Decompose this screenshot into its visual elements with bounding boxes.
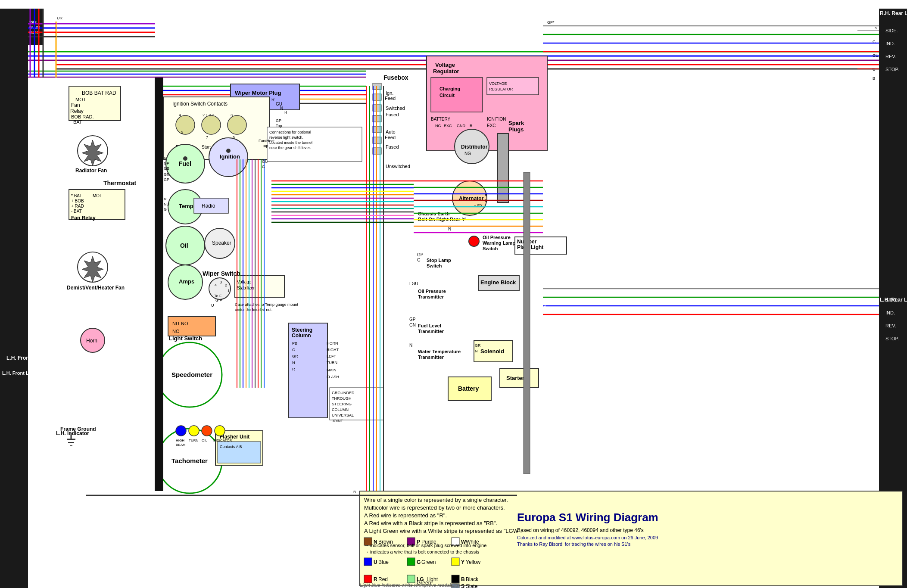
svg-text:HORN: HORN bbox=[327, 341, 338, 345]
svg-point-84 bbox=[176, 115, 195, 134]
svg-text:Speedometer: Speedometer bbox=[171, 371, 212, 378]
svg-text:under the knurled nut.: under the knurled nut. bbox=[235, 308, 273, 312]
svg-text:G: G bbox=[292, 348, 295, 352]
svg-text:L.H. Front Lamp: L.H. Front Lamp bbox=[6, 355, 46, 361]
svg-text:REV.: REV. bbox=[885, 323, 896, 328]
svg-text:GP*: GP* bbox=[547, 20, 555, 25]
svg-text:GP: GP bbox=[164, 177, 169, 182]
svg-text:JOINT: JOINT bbox=[332, 419, 343, 423]
svg-text:Auto: Auto bbox=[386, 129, 396, 134]
svg-text:+ RAD: + RAD bbox=[71, 204, 84, 208]
svg-text:Red: Red bbox=[378, 576, 388, 582]
svg-text:Based on wiring of 460092, 460: Based on wiring of 460092, 460094 and ot… bbox=[517, 527, 644, 533]
svg-text:GU: GU bbox=[262, 159, 268, 164]
svg-text:R: R bbox=[164, 156, 167, 160]
svg-text:LEFT: LEFT bbox=[327, 354, 337, 358]
svg-text:Radiator Fan: Radiator Fan bbox=[75, 168, 107, 174]
svg-text:G: G bbox=[417, 559, 421, 565]
svg-text:Multicolor wire is represented: Multicolor wire is represented by two or… bbox=[364, 504, 505, 511]
svg-text:Transmitter: Transmitter bbox=[418, 294, 444, 299]
svg-text:Water Temperature: Water Temperature bbox=[418, 349, 461, 354]
svg-text:To F: To F bbox=[214, 294, 222, 298]
svg-text:Fused: Fused bbox=[386, 112, 399, 117]
svg-text:N: N bbox=[475, 349, 478, 353]
svg-text:Speaker: Speaker bbox=[212, 240, 231, 246]
svg-text:3: 3 bbox=[220, 280, 222, 284]
svg-text:Distributor: Distributor bbox=[461, 144, 488, 150]
svg-text:OIL: OIL bbox=[202, 439, 207, 442]
svg-text:Demist/Vent/Heater Fan: Demist/Vent/Heater Fan bbox=[67, 285, 125, 291]
svg-text:Fan: Fan bbox=[71, 102, 80, 108]
svg-text:U: U bbox=[211, 303, 214, 308]
svg-text:Y: Y bbox=[461, 559, 464, 565]
svg-text:→ indicates sensor, bolt or sp: → indicates sensor, bolt or spark plug s… bbox=[364, 543, 486, 548]
svg-rect-353 bbox=[155, 78, 163, 491]
svg-text:Light Switch: Light Switch bbox=[169, 335, 202, 342]
svg-text:Wiper Motor Plug: Wiper Motor Plug bbox=[235, 90, 281, 96]
svg-rect-323 bbox=[364, 558, 372, 566]
svg-text:Top: Top bbox=[262, 144, 268, 148]
svg-text:NO: NO bbox=[172, 329, 180, 334]
svg-text:- BAT: - BAT bbox=[71, 209, 82, 214]
svg-text:7: 7 bbox=[206, 135, 208, 140]
svg-text:Unswitched: Unswitched bbox=[386, 164, 410, 169]
svg-text:B: B bbox=[284, 110, 287, 115]
svg-text:Fan/Heat: Fan/Heat bbox=[259, 139, 275, 143]
svg-point-99 bbox=[183, 156, 187, 161]
svg-text:R.H. Rear Lamps: R.H. Rear Lamps bbox=[880, 10, 907, 16]
svg-rect-329 bbox=[452, 558, 459, 566]
svg-text:Start: Start bbox=[202, 145, 211, 149]
svg-text:Switch: Switch bbox=[483, 246, 498, 251]
svg-text:GB: GB bbox=[164, 166, 169, 171]
svg-text:SIDE.: SIDE. bbox=[885, 297, 898, 302]
svg-text:2 1 2 3: 2 1 2 3 bbox=[203, 113, 215, 117]
svg-text:GROUNDED: GROUNDED bbox=[332, 391, 355, 395]
svg-text:LGU: LGU bbox=[409, 281, 418, 286]
svg-text:Amps: Amps bbox=[179, 278, 194, 285]
svg-text:NG: NG bbox=[435, 124, 441, 128]
svg-text:→ indicates a wire that is bol: → indicates a wire that is bolt connecte… bbox=[364, 549, 480, 554]
svg-text:Ignition Switch Contacts: Ignition Switch Contacts bbox=[172, 101, 228, 107]
svg-text:STOP.: STOP. bbox=[885, 336, 899, 341]
svg-point-86 bbox=[228, 115, 246, 134]
svg-text:Fused: Fused bbox=[386, 144, 399, 149]
svg-text:* BAT: * BAT bbox=[71, 193, 82, 198]
svg-text:HIGH: HIGH bbox=[176, 439, 184, 442]
svg-text:Plate Light: Plate Light bbox=[517, 244, 543, 250]
svg-text:COLUMN: COLUMN bbox=[332, 408, 349, 412]
svg-text:IND.: IND. bbox=[885, 41, 895, 46]
svg-text:near the gear shift lever.: near the gear shift lever. bbox=[269, 146, 311, 150]
svg-text:N: N bbox=[292, 361, 295, 365]
svg-text:G: G bbox=[262, 165, 265, 169]
svg-text:Slate: Slate bbox=[466, 583, 478, 588]
svg-text:G: G bbox=[164, 207, 167, 212]
svg-text:N: N bbox=[448, 227, 451, 231]
svg-text:N: N bbox=[280, 106, 283, 111]
svg-text:Feed: Feed bbox=[385, 135, 396, 140]
svg-text:U: U bbox=[873, 67, 876, 72]
svg-rect-335 bbox=[407, 575, 415, 583]
svg-text:Light blue indicates white to : Light blue indicates white to improve re… bbox=[360, 582, 460, 588]
svg-text:B: B bbox=[485, 193, 487, 197]
svg-text:Starter: Starter bbox=[506, 375, 524, 381]
svg-text:B: B bbox=[470, 124, 472, 128]
svg-text:EXC: EXC bbox=[487, 123, 496, 128]
svg-text:NG: NG bbox=[464, 151, 471, 156]
svg-rect-326 bbox=[407, 558, 415, 566]
svg-text:Oil Pressure: Oil Pressure bbox=[418, 289, 446, 294]
svg-text:R: R bbox=[292, 367, 295, 371]
svg-text:Connections for optional: Connections for optional bbox=[269, 130, 311, 134]
svg-text:REGULATOR: REGULATOR bbox=[489, 87, 513, 91]
svg-point-162 bbox=[189, 426, 199, 436]
svg-text:3: 3 bbox=[231, 113, 233, 117]
svg-text:Engine Block: Engine Block bbox=[480, 279, 516, 286]
svg-text:GR: GR bbox=[475, 343, 481, 348]
svg-point-192 bbox=[469, 236, 479, 246]
svg-text:BAT: BAT bbox=[73, 119, 82, 124]
svg-text:IGNITION: IGNITION bbox=[487, 117, 506, 121]
svg-text:Warning Lamp: Warning Lamp bbox=[483, 240, 515, 246]
svg-text:PB: PB bbox=[292, 341, 297, 345]
svg-text:Feed: Feed bbox=[385, 96, 396, 101]
svg-text:Located inside the tunnel: Located inside the tunnel bbox=[269, 140, 312, 145]
svg-text:GP: GP bbox=[164, 161, 169, 165]
